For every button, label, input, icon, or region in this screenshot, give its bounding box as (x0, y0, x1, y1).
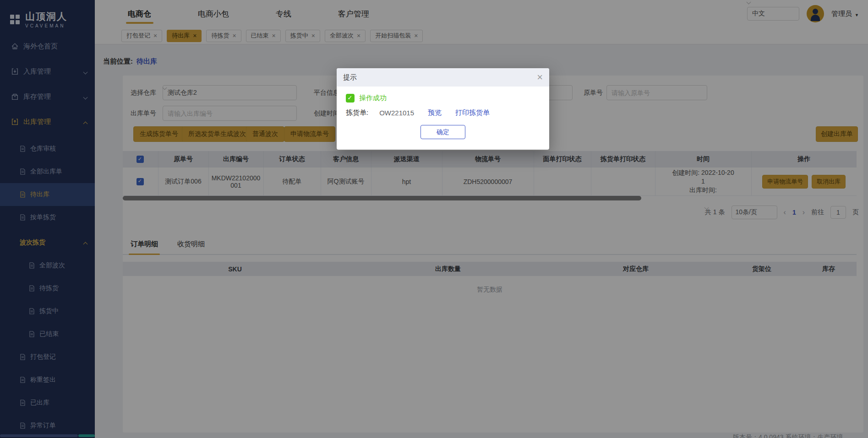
pick-list-number: OW221015 (379, 109, 414, 117)
success-message: 操作成功 (359, 94, 387, 103)
preview-link[interactable]: 预览 (428, 108, 442, 117)
dialog-close-icon[interactable] (537, 72, 543, 82)
pick-list-label: 拣货单: (346, 108, 368, 117)
success-check-icon (346, 94, 355, 103)
print-pick-list-link[interactable]: 打印拣货单 (455, 108, 490, 117)
confirm-button[interactable]: 确定 (420, 125, 465, 139)
modal-overlay[interactable] (0, 0, 868, 438)
prompt-dialog: 提示 操作成功 拣货单: OW221015 预览 打印拣货单 确定 (337, 68, 549, 150)
dialog-title: 提示 (343, 73, 357, 82)
